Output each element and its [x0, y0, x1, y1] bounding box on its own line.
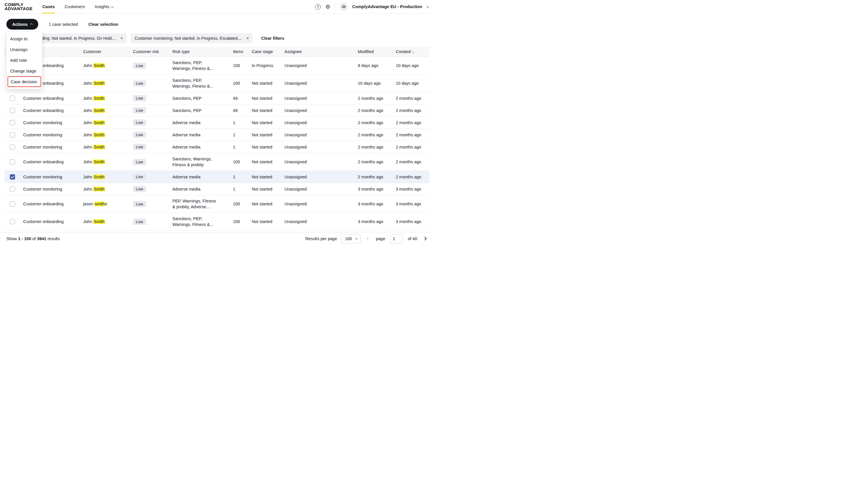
risk-badge: Low [133, 107, 146, 113]
row-checkbox[interactable] [10, 108, 15, 113]
row-checkbox[interactable] [10, 219, 15, 224]
cell-customer-risk: Low [130, 107, 169, 113]
table-header-row: Case type Customer Customer risk Risk ty… [5, 47, 429, 57]
topbar-divider [335, 3, 335, 10]
menu-item-add-note[interactable]: Add note [7, 55, 42, 65]
row-checkbox[interactable] [10, 96, 15, 101]
actions-button-label: Actions [12, 22, 28, 27]
row-checkbox-cell [5, 108, 20, 113]
cell-items: 49 [230, 96, 249, 100]
cell-case-type: Customer onboarding [20, 202, 80, 206]
actions-menu-list: Assign toUnassignAdd noteChange stageCas… [7, 33, 42, 87]
table-row[interactable]: Customer monitoring John Smith Low Adver… [5, 183, 429, 195]
header-created[interactable]: Created↓ [393, 49, 429, 54]
avatar[interactable]: JK [340, 3, 348, 11]
table-row[interactable]: Customer onboarding John Smith Low Sanct… [5, 105, 429, 117]
table-row[interactable]: Customer onboarding John Smith Low Sanct… [5, 153, 429, 171]
cell-customer-risk: Low [130, 201, 169, 207]
pagination-footer: Show 1 - 100 of 3941 results Results per… [0, 232, 434, 244]
results-summary-pre: Show [6, 236, 18, 241]
menu-item-unassign[interactable]: Unassign [7, 44, 42, 55]
row-checkbox[interactable] [10, 159, 15, 165]
header-modified[interactable]: Modified [355, 49, 393, 54]
chevron-down-icon [355, 237, 358, 239]
header-risk-type[interactable]: Risk type [169, 49, 230, 54]
table-row[interactable]: Customer onboarding jason smithe Low PEP… [5, 195, 429, 213]
filter-chip-monitoring-label: Customer monitoring: Not started, In Pro… [135, 36, 242, 40]
risk-badge: Low [133, 159, 146, 165]
nav-tab-insights[interactable]: Insights [95, 0, 113, 13]
account-chevron-down-icon[interactable] [427, 5, 429, 8]
customer-name-suffix: e [105, 202, 107, 206]
table-row[interactable]: Customer monitoring John Smith Low Adver… [5, 129, 429, 141]
row-checkbox[interactable] [10, 120, 15, 125]
table-row[interactable]: Customer onboarding John Smith Low Sanct… [5, 213, 429, 231]
previous-page-button[interactable] [365, 237, 371, 240]
row-checkbox-cell [5, 174, 20, 179]
customer-name: John [83, 63, 93, 68]
row-checkbox[interactable] [10, 201, 15, 206]
row-checkbox[interactable] [10, 132, 15, 138]
header-case-stage[interactable]: Case stage [249, 49, 282, 54]
header-items[interactable]: Items [230, 49, 249, 54]
cell-risk-type: Sanctions, PEP, Warnings, Fitness &... [169, 216, 230, 227]
table-row[interactable]: Customer onboarding John Smith Low Sanct… [5, 92, 429, 105]
cell-items: 49 [230, 108, 249, 113]
table-row[interactable]: Customer monitoring John Smith Low Adver… [5, 117, 429, 129]
cell-risk-type: Sanctions, PEP [169, 108, 230, 113]
results-per-page-value: 100 [345, 236, 352, 241]
table-row[interactable]: Customer monitoring John Smith Low Adver… [5, 171, 429, 183]
close-icon[interactable]: ✕ [246, 36, 249, 40]
next-page-button[interactable] [422, 237, 428, 240]
menu-item-change-stage[interactable]: Change stage [7, 65, 42, 76]
cell-case-type: Customer monitoring [20, 145, 80, 149]
cell-assignee: Unassigned [282, 120, 355, 125]
cell-case-type: Customer monitoring [20, 187, 80, 192]
nav-tab-cases[interactable]: Cases [42, 0, 55, 13]
brand-logo-line2: ADVANTAGE [5, 7, 32, 11]
table-row[interactable]: Customer monitoring John Smith Low Adver… [5, 141, 429, 153]
menu-item-case-decision[interactable]: Case decision [7, 76, 41, 87]
row-checkbox[interactable] [10, 186, 15, 192]
cell-risk-type: Sanctions, PEP [169, 95, 230, 101]
cell-items: 1 [230, 120, 249, 125]
header-assignee[interactable]: Assignee [282, 49, 355, 54]
cell-customer: John Smith [80, 175, 130, 179]
filters-row: Customer onboarding: Not started, In Pro… [6, 33, 428, 43]
cell-customer: John Smith [80, 96, 130, 100]
brand-logo: COMPLY ADVANTAGE [5, 0, 32, 13]
customer-name: jason [83, 202, 94, 206]
risk-badge: Low [133, 174, 146, 180]
cell-case-type: Customer onboarding [20, 160, 80, 164]
top-navbar: COMPLY ADVANTAGE Cases Customers Insight… [0, 0, 434, 13]
customer-name: John [83, 81, 93, 86]
menu-item-assign-to[interactable]: Assign to [7, 33, 42, 44]
actions-button[interactable]: Actions [6, 19, 38, 30]
results-total: 3941 [37, 236, 46, 241]
cell-assignee: Unassigned [282, 160, 355, 164]
close-icon[interactable]: ✕ [120, 36, 123, 40]
header-customer[interactable]: Customer [80, 49, 130, 54]
page-total: of 40 [408, 236, 417, 241]
gear-icon[interactable]: ⚙ [326, 4, 330, 9]
results-range: 1 - 100 [18, 236, 31, 241]
cell-case-type: Customer monitoring [20, 133, 80, 137]
help-icon[interactable]: ? [315, 4, 321, 9]
row-checkbox-cell [5, 201, 20, 206]
clear-filters-link[interactable]: Clear filters [261, 36, 284, 40]
row-checkbox[interactable] [10, 174, 15, 179]
table-row[interactable]: Customer onboarding John Smith Low Sanct… [5, 57, 429, 75]
page-label: page [376, 236, 385, 241]
customer-name-highlight: Smith [93, 81, 104, 86]
customer-name-highlight: Smith [93, 160, 104, 164]
cell-case-stage: In Progress [249, 63, 282, 68]
header-customer-risk[interactable]: Customer risk [130, 49, 169, 54]
clear-selection-link[interactable]: Clear selection [88, 22, 118, 27]
row-checkbox[interactable] [10, 144, 15, 150]
results-per-page-select[interactable]: 100 [342, 234, 361, 243]
page-number-input[interactable] [390, 234, 403, 243]
nav-tab-customers[interactable]: Customers [65, 0, 85, 13]
filter-chip-monitoring[interactable]: Customer monitoring: Not started, In Pro… [131, 33, 252, 43]
table-row[interactable]: Customer onboarding John Smith Low Sanct… [5, 75, 429, 92]
customer-name: John [83, 160, 93, 164]
